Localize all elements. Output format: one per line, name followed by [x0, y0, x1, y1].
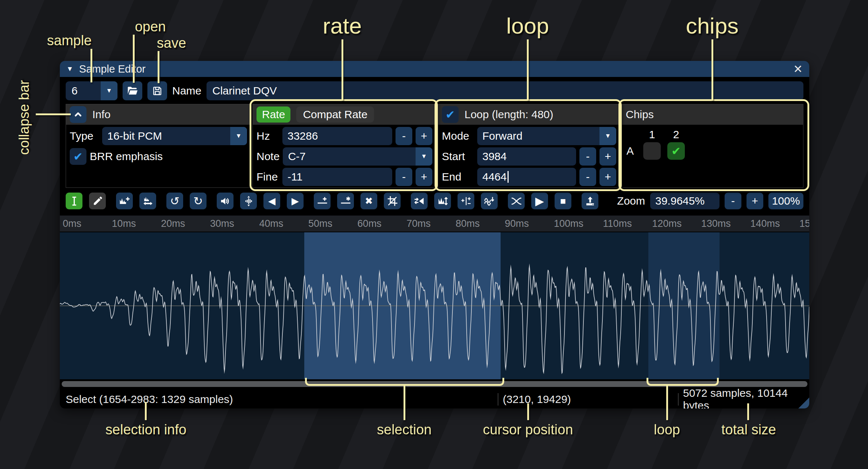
callout-selection-label: selection: [377, 422, 432, 438]
zoom-label: Zoom: [617, 195, 645, 207]
zoom-in-button[interactable]: +: [747, 193, 763, 209]
create-instrument-button[interactable]: [582, 193, 598, 209]
window-titlebar[interactable]: ▼ Sample Editor ✕: [60, 61, 809, 77]
brr-emphasis-checkbox[interactable]: ✔: [70, 148, 86, 165]
callout-save-label: save: [157, 35, 186, 51]
edit-mode-draw-button[interactable]: [89, 193, 106, 209]
amplify-button[interactable]: [217, 193, 234, 209]
callout-cursor-position-label: cursor position: [483, 422, 573, 438]
normalize-icon: [243, 195, 254, 207]
trim-button[interactable]: [384, 193, 401, 209]
stop-preview-icon: ■: [560, 196, 566, 206]
sample-type-select[interactable]: 16-bit PCM ▼: [102, 127, 247, 145]
fade-in-button[interactable]: ◀: [263, 193, 280, 209]
callout-selection-info-line: [145, 402, 147, 420]
name-label: Name: [172, 85, 201, 97]
callout-sample-label: sample: [47, 33, 92, 49]
sample-select-value: 6: [66, 81, 101, 100]
callout-chips-line: [711, 39, 713, 101]
sample-select[interactable]: 6 ▼: [66, 81, 117, 100]
resample-button[interactable]: [139, 193, 156, 209]
reverse-icon: [414, 195, 425, 207]
preview-button[interactable]: ▶: [531, 193, 548, 209]
sample-name-value: Clarinet DQV: [212, 85, 277, 97]
sample-toolbar: ↺↻◀▶✖▶■Zoom39.9645%-+100%: [66, 191, 803, 210]
time-ruler[interactable]: 0ms10ms20ms30ms40ms50ms60ms70ms80ms90ms1…: [60, 216, 809, 232]
toolbar-group: [582, 193, 598, 209]
waveform-canvas: [60, 232, 809, 379]
delete-icon: ✖: [365, 196, 373, 206]
apply-silence-icon: [340, 195, 351, 207]
statusbar-selection-info: Select (1654-2983: 1329 samples): [66, 393, 498, 406]
window-resize-grip[interactable]: [798, 398, 809, 408]
zoom-out-button[interactable]: -: [725, 193, 741, 209]
ruler-tick-label: 10ms: [112, 218, 136, 229]
toolbar-group: ▶■: [508, 193, 571, 209]
close-icon[interactable]: ✕: [793, 62, 803, 76]
callout-loop-bracket: [647, 378, 719, 386]
resize-icon: [119, 195, 130, 207]
redo-icon: ↻: [193, 195, 203, 207]
undo-icon: ↺: [170, 195, 180, 207]
signed-unsigned-icon: [460, 195, 472, 207]
ruler-tick-label: 80ms: [456, 218, 480, 229]
toolbar-group: [66, 193, 106, 209]
zoom-input[interactable]: 39.9645%: [650, 193, 720, 209]
callout-total-size-label: total size: [721, 422, 776, 438]
redo-button[interactable]: ↻: [190, 193, 207, 209]
brr-emphasis-label: BRR emphasis: [90, 150, 163, 163]
resize-button[interactable]: [116, 193, 133, 209]
callout-loop-label: loop: [506, 13, 549, 39]
open-sample-button[interactable]: [123, 81, 142, 100]
page: ▼ Sample Editor ✕ 6 ▼: [0, 0, 868, 469]
zoom-controls: Zoom39.9645%-+100%: [617, 193, 803, 209]
fade-out-button[interactable]: ▶: [287, 193, 304, 209]
callout-chips-label: chips: [686, 13, 739, 39]
waveform-view[interactable]: [60, 232, 809, 379]
amplify-icon: [220, 195, 231, 207]
fade-out-icon: ▶: [292, 196, 299, 206]
delete-button[interactable]: ✖: [360, 193, 377, 209]
callout-selection-bracket: [305, 378, 504, 386]
insert-silence-button[interactable]: [314, 193, 331, 209]
edit-mode-draw-icon: [92, 195, 103, 207]
reverse-button[interactable]: [411, 193, 428, 209]
callout-loop-bottom-label: loop: [654, 422, 680, 438]
save-sample-button[interactable]: [147, 81, 167, 100]
callout-cursor-position-line: [527, 403, 529, 420]
stop-preview-button[interactable]: ■: [555, 193, 571, 209]
callout-chips-box: [618, 99, 809, 191]
ruler-tick-label: 100ms: [554, 218, 583, 229]
collapse-panel-button[interactable]: [70, 106, 86, 123]
ruler-tick-label: 120ms: [652, 218, 682, 229]
apply-filter-button[interactable]: [481, 193, 498, 209]
apply-silence-button[interactable]: [337, 193, 354, 209]
invert-button[interactable]: [434, 193, 451, 209]
apply-filter-icon: [484, 195, 495, 207]
toolbar-group: ✖: [314, 193, 401, 209]
resample-icon: [142, 195, 154, 207]
signed-unsigned-button[interactable]: [458, 193, 474, 209]
zoom-reset-button[interactable]: 100%: [768, 193, 803, 209]
callout-sample-line: [90, 49, 92, 82]
callout-rate-label: rate: [323, 13, 362, 39]
ruler-tick-label: 0ms: [63, 218, 81, 229]
check-icon: ✔: [73, 150, 83, 163]
statusbar-total-size: 5072 samples, 10144 bytes: [679, 387, 803, 408]
callout-open-line: [133, 35, 135, 83]
window-collapse-icon[interactable]: ▼: [66, 65, 73, 73]
info-panel-header: Info: [66, 104, 251, 125]
ruler-tick-label: 30ms: [210, 218, 234, 229]
callout-loop-stem: [666, 385, 668, 420]
normalize-button[interactable]: [240, 193, 257, 209]
edit-mode-select-button[interactable]: [66, 193, 82, 209]
ruler-tick-label: 140ms: [750, 218, 780, 229]
invert-icon: [437, 195, 448, 207]
sample-name-input[interactable]: Clarinet DQV: [207, 81, 803, 100]
trim-icon: [387, 195, 398, 207]
crossfade-button[interactable]: [508, 193, 525, 209]
undo-button[interactable]: ↺: [166, 193, 183, 209]
create-instrument-icon: [585, 195, 596, 207]
crossfade-icon: [511, 195, 522, 207]
callout-selection-info-label: selection info: [105, 422, 186, 438]
